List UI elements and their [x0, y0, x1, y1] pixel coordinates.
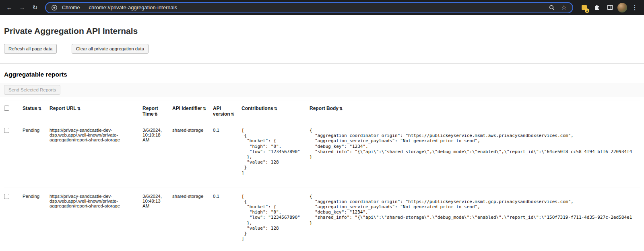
- table-row[interactable]: Pending https://privacy-sandcastle-dev-d…: [4, 121, 640, 187]
- table-row[interactable]: Pending https://privacy-sandcastle-dev-d…: [4, 187, 640, 251]
- refresh-all-button[interactable]: Refresh all page data: [4, 44, 57, 54]
- column-header-report-url[interactable]: Report URL⇅: [50, 100, 142, 121]
- page-actions: Refresh all page data Clear all private …: [4, 44, 640, 54]
- report-body-json: { "aggregation_coordinator_origin": "htt…: [310, 128, 636, 160]
- contributions-json: [ { "bucket": { "high": "0", "low": "123…: [242, 194, 305, 242]
- select-all-checkbox[interactable]: [4, 106, 9, 111]
- status-cell: Pending: [23, 187, 50, 251]
- aggregatable-reports-heading: Aggregatable reports: [4, 71, 640, 78]
- pinned-extension-icon[interactable]: 1: [579, 2, 589, 13]
- column-header-api-identifier[interactable]: API identifier⇅: [172, 100, 213, 121]
- api-version-cell: 0.1: [213, 121, 242, 187]
- reload-icon[interactable]: ↻: [30, 2, 40, 13]
- back-icon[interactable]: ←: [4, 2, 14, 13]
- report-body-cell: { "aggregation_coordinator_origin": "htt…: [310, 121, 640, 187]
- column-header-contributions[interactable]: Contributions⇅: [242, 100, 310, 121]
- report-body-cell: { "aggregation_coordinator_origin": "htt…: [310, 187, 640, 251]
- clear-all-button[interactable]: Clear all private aggregation data: [72, 44, 149, 54]
- side-panel-icon[interactable]: [605, 2, 615, 13]
- report-body-json: { "aggregation_coordinator_origin": "htt…: [310, 194, 636, 226]
- reports-toolbar: Send Selected Reports: [0, 83, 644, 97]
- column-header-report-time[interactable]: Report Time⇅: [142, 100, 172, 121]
- row-checkbox[interactable]: [4, 194, 9, 199]
- api-identifier-cell: shared-storage: [172, 121, 213, 187]
- profile-avatar[interactable]: [617, 3, 627, 12]
- api-version-cell: 0.1: [213, 187, 242, 251]
- send-selected-reports-button[interactable]: Send Selected Reports: [4, 85, 60, 95]
- report-time-cell: 3/6/2024, 10:49:13 AM: [142, 187, 172, 251]
- extensions-puzzle-icon[interactable]: [592, 2, 602, 13]
- column-header-status[interactable]: Status⇅: [23, 100, 50, 121]
- page-title: Private Aggregation API Internals: [4, 26, 640, 36]
- contributions-cell: [ { "bucket": { "high": "0", "low": "123…: [242, 187, 310, 251]
- row-select-cell: [4, 121, 23, 187]
- report-url-cell: https://privacy-sandcastle-dev-dsp.web.a…: [50, 187, 142, 251]
- address-bar[interactable]: Chrome chrome://private-aggregation-inte…: [45, 2, 573, 13]
- report-url-cell: https://privacy-sandcastle-dev-dsp.web.a…: [50, 121, 142, 187]
- site-chip-label: Chrome: [62, 5, 80, 10]
- column-header-report-body[interactable]: Report Body⇅: [310, 100, 640, 121]
- menu-dots-icon[interactable]: ⋮: [630, 2, 640, 13]
- row-checkbox[interactable]: [4, 128, 9, 133]
- row-select-cell: [4, 187, 23, 251]
- page-content: Private Aggregation API Internals Refres…: [0, 26, 644, 251]
- status-cell: Pending: [23, 121, 50, 187]
- extension-badge: 1: [585, 8, 589, 13]
- sort-icon: ⇅: [203, 106, 206, 111]
- select-all-cell: [4, 100, 23, 121]
- sort-icon: ⇅: [155, 112, 158, 116]
- search-icon[interactable]: [547, 3, 556, 12]
- sort-icon: ⇅: [38, 106, 41, 111]
- sort-icon: ⇅: [339, 106, 343, 111]
- reports-table: Status⇅ Report URL⇅ Report Time⇅ API ide…: [4, 100, 640, 251]
- contributions-cell: [ { "bucket": { "high": "0", "low": "123…: [242, 121, 310, 187]
- column-header-api-version[interactable]: API version⇅: [213, 100, 242, 121]
- table-header-row: Status⇅ Report URL⇅ Report Time⇅ API ide…: [4, 100, 640, 121]
- sort-icon: ⇅: [231, 112, 234, 116]
- url-text[interactable]: chrome://private-aggregation-internals: [89, 4, 177, 10]
- sort-icon: ⇅: [77, 106, 80, 111]
- sort-icon: ⇅: [274, 106, 277, 111]
- bookmark-star-icon[interactable]: ☆: [559, 3, 568, 12]
- section-divider: [0, 63, 644, 64]
- browser-toolbar: ← → ↻ Chrome chrome://private-aggregatio…: [0, 0, 644, 15]
- contributions-json: [ { "bucket": { "high": "0", "low": "123…: [242, 128, 305, 176]
- chrome-logo-icon: [50, 3, 59, 12]
- forward-icon[interactable]: →: [17, 2, 27, 13]
- api-identifier-cell: shared-storage: [172, 187, 213, 251]
- report-time-cell: 3/6/2024, 10:10:18 AM: [142, 121, 172, 187]
